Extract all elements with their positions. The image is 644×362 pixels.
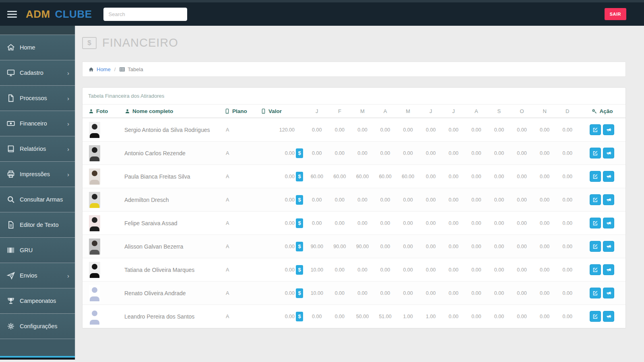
- valor-amount: 0.00: [285, 150, 295, 156]
- valor-amount: 120.00: [279, 127, 295, 133]
- sidebar-item-relatorios[interactable]: Relatórios ›: [0, 136, 75, 161]
- col-header-month[interactable]: J: [419, 108, 442, 114]
- month-value: 0.00: [488, 220, 511, 226]
- dollar-badge-icon[interactable]: $: [296, 195, 303, 205]
- plano-value: A: [223, 267, 259, 273]
- sidebar-item-label: Cadastro: [20, 70, 43, 76]
- month-value: 0.00: [488, 127, 511, 133]
- plano-value: A: [223, 244, 259, 249]
- announce-button[interactable]: [603, 194, 614, 205]
- edit-button[interactable]: [590, 171, 601, 182]
- edit-button[interactable]: [590, 288, 601, 298]
- action-cell: [579, 171, 625, 182]
- month-value: 0.00: [510, 127, 533, 133]
- avatar: [89, 239, 100, 255]
- breadcrumb-home-link[interactable]: Home: [97, 66, 111, 72]
- sidebar-item-gru[interactable]: GRU: [0, 237, 75, 263]
- month-value: 0.00: [556, 290, 579, 296]
- sidebar-item-editor-de-texto[interactable]: Editor de Texto: [0, 212, 75, 237]
- col-header-month[interactable]: D: [556, 108, 579, 114]
- month-value: 0.00: [328, 267, 351, 273]
- month-value: 0.00: [556, 174, 579, 179]
- col-header-month[interactable]: M: [396, 108, 419, 114]
- sidebar-item-home[interactable]: Home: [0, 35, 75, 60]
- month-value: 0.00: [419, 127, 442, 133]
- col-header-month[interactable]: N: [533, 108, 556, 114]
- sidebar-item-impressoes[interactable]: Impressões ›: [0, 161, 75, 187]
- sidebar-item-configuracoes[interactable]: Configurações: [0, 313, 75, 339]
- announce-button[interactable]: [603, 311, 614, 322]
- tools-icon: [591, 108, 597, 114]
- dollar-badge-icon[interactable]: $: [296, 312, 303, 321]
- announce-button[interactable]: [603, 288, 614, 298]
- avatar: [89, 262, 100, 278]
- month-value: 0.00: [533, 127, 556, 133]
- col-header-month[interactable]: A: [374, 108, 397, 114]
- logout-button[interactable]: SAIR: [605, 8, 626, 20]
- month-value: 0.00: [396, 290, 419, 296]
- month-value: 0.00: [556, 267, 579, 273]
- col-header-month[interactable]: J: [305, 108, 328, 114]
- edit-button[interactable]: [590, 124, 601, 135]
- dollar-badge-icon[interactable]: $: [296, 288, 303, 298]
- dollar-badge-icon[interactable]: $: [296, 148, 303, 158]
- month-value: 0.00: [419, 150, 442, 156]
- month-value: 0.00: [488, 267, 511, 273]
- sidebar-item-label: Configurações: [20, 323, 58, 329]
- plano-value: A: [223, 197, 259, 203]
- sidebar-item-cadastro[interactable]: Cadastro ›: [0, 60, 75, 85]
- announce-button[interactable]: [603, 264, 614, 275]
- sidebar-item-envios[interactable]: Envios ›: [0, 263, 75, 288]
- menu-icon[interactable]: [7, 11, 17, 18]
- avatar: [89, 285, 100, 301]
- dollar-badge-icon[interactable]: $: [296, 218, 303, 228]
- foto-cell: [83, 169, 115, 185]
- col-header-valor[interactable]: Valor: [259, 108, 305, 114]
- sidebar-item-label: Consultar Armas: [20, 196, 63, 203]
- finance-table-panel: Tabela Financeira dos Atiradores Foto No…: [82, 87, 626, 329]
- col-header-month[interactable]: F: [328, 108, 351, 114]
- month-value: 0.00: [465, 267, 488, 273]
- edit-button[interactable]: [590, 311, 601, 322]
- announce-button[interactable]: [603, 218, 614, 228]
- dollar-badge-icon[interactable]: $: [296, 172, 303, 181]
- col-header-month[interactable]: S: [488, 108, 511, 114]
- announce-button[interactable]: [603, 241, 614, 252]
- edit-icon: [592, 290, 599, 296]
- sidebar-item-label: Envios: [20, 272, 37, 279]
- sidebar-item-campeonatos[interactable]: Campeonatos: [0, 288, 75, 313]
- col-header-nome[interactable]: Nome completo: [115, 108, 223, 114]
- sidebar-item-consultar-armas[interactable]: Consultar Armas: [0, 187, 75, 212]
- announce-button[interactable]: [603, 124, 614, 135]
- edit-button[interactable]: [590, 241, 601, 252]
- search-input[interactable]: [103, 8, 187, 21]
- col-header-foto[interactable]: Foto: [83, 108, 115, 114]
- sidebar-bottom-edge: [0, 358, 75, 360]
- month-value: 0.00: [374, 267, 397, 273]
- month-value: 0.00: [396, 150, 419, 156]
- search-icon: [6, 195, 15, 204]
- col-header-plano[interactable]: Plano: [223, 108, 259, 114]
- megaphone-icon: [606, 127, 612, 133]
- sidebar-item-processos[interactable]: Processos ›: [0, 85, 75, 111]
- user-icon: [124, 108, 130, 114]
- month-value: 0.00: [305, 314, 328, 319]
- col-header-month[interactable]: A: [465, 108, 488, 114]
- announce-button[interactable]: [603, 171, 614, 182]
- col-header-month[interactable]: O: [510, 108, 533, 114]
- dollar-badge-icon[interactable]: $: [296, 242, 303, 251]
- announce-button[interactable]: [603, 148, 614, 158]
- sidebar-item-financeiro[interactable]: Financeiro ›: [0, 111, 75, 136]
- dollar-badge-icon[interactable]: $: [296, 265, 303, 275]
- month-value: 0.00: [488, 244, 511, 249]
- filetext-icon: [6, 220, 15, 229]
- month-value: 0.00: [442, 127, 465, 133]
- edit-button[interactable]: [590, 148, 601, 158]
- col-header-month[interactable]: J: [442, 108, 465, 114]
- edit-button[interactable]: [590, 218, 601, 228]
- edit-button[interactable]: [590, 194, 601, 205]
- col-header-month[interactable]: M: [351, 108, 374, 114]
- edit-button[interactable]: [590, 264, 601, 275]
- foto-cell: [83, 309, 115, 325]
- month-value: 0.00: [465, 244, 488, 249]
